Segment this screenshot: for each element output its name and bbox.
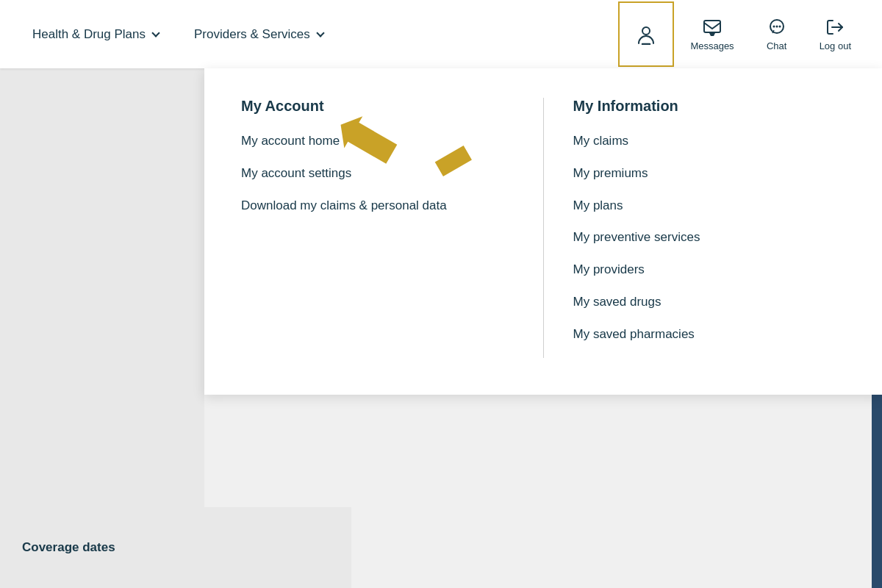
svg-rect-2 (704, 21, 720, 32)
providers-services-label: Providers & Services (194, 27, 310, 42)
svg-point-5 (775, 26, 778, 28)
health-drug-plans-label: Health & Drug Plans (32, 27, 146, 42)
download-claims-link[interactable]: Download my claims & personal data (241, 197, 514, 215)
messages-button[interactable]: Messages (674, 0, 750, 68)
logout-icon (825, 17, 845, 37)
providers-services-chevron-icon (316, 29, 324, 37)
chat-button[interactable]: Chat (750, 0, 803, 68)
logout-button[interactable]: Log out (803, 0, 867, 68)
my-saved-drugs-link[interactable]: My saved drugs (573, 293, 846, 311)
svg-point-0 (642, 27, 650, 35)
my-account-column: My Account My account home My account se… (241, 98, 543, 358)
user-icon (636, 24, 656, 45)
my-saved-pharmacies-link[interactable]: My saved pharmacies (573, 326, 846, 343)
nav-left: Health & Drug Plans Providers & Services (15, 0, 618, 68)
logout-label: Log out (820, 40, 851, 51)
my-plans-link[interactable]: My plans (573, 197, 846, 215)
chat-icon (767, 17, 787, 37)
my-preventive-services-link[interactable]: My preventive services (573, 229, 846, 246)
providers-services-menu[interactable]: Providers & Services (176, 0, 341, 68)
my-providers-link[interactable]: My providers (573, 261, 846, 279)
my-claims-link[interactable]: My claims (573, 132, 846, 150)
coverage-card: Coverage dates (0, 507, 351, 588)
chat-label: Chat (767, 40, 786, 51)
dropdown-inner: My Account My account home My account se… (241, 98, 845, 358)
health-drug-plans-menu[interactable]: Health & Drug Plans (15, 0, 176, 68)
navbar: Health & Drug Plans Providers & Services… (0, 0, 882, 68)
account-menu-button[interactable] (618, 1, 674, 67)
health-drug-plans-chevron-icon (151, 29, 159, 37)
nav-right: Messages Chat Log out (618, 0, 867, 68)
my-information-column: My Information My claims My premiums My … (543, 98, 846, 358)
my-account-settings-link[interactable]: My account settings (241, 165, 514, 182)
account-dropdown: My Account My account home My account se… (204, 68, 882, 395)
my-account-home-link[interactable]: My account home (241, 132, 514, 150)
svg-point-4 (772, 26, 775, 28)
my-premiums-link[interactable]: My premiums (573, 165, 846, 182)
my-account-title: My Account (241, 98, 514, 115)
my-information-title: My Information (573, 98, 846, 115)
svg-point-6 (778, 26, 781, 28)
coverage-dates-label: Coverage dates (22, 540, 115, 555)
messages-label: Messages (690, 40, 734, 51)
messages-icon (702, 17, 723, 37)
